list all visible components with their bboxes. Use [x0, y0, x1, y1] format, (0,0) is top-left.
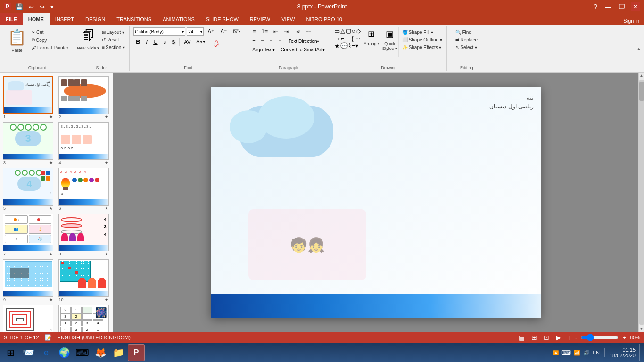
bold-btn[interactable]: B — [133, 37, 142, 46]
decrease-indent-btn[interactable]: ⇤ — [271, 27, 281, 36]
slide-thumb-6[interactable]: 4_4_4_4_4_4 — [58, 168, 109, 206]
arrow-shape[interactable]: → — [334, 35, 340, 42]
numbering-btn[interactable]: 1≡ — [259, 27, 270, 36]
restore-btn[interactable]: ❐ — [617, 2, 627, 11]
scroll-down-btn[interactable]: ▼ — [639, 326, 644, 332]
volume-icon[interactable]: 🔊 — [583, 350, 590, 356]
shape-outline-btn[interactable]: ⬜ Shape Outline ▾ — [401, 37, 444, 43]
justify-btn[interactable]: ≡ — [276, 37, 283, 45]
diamond-shape[interactable]: ◇ — [356, 27, 361, 34]
align-right-btn[interactable]: ≡ — [267, 37, 275, 45]
rect-shape[interactable]: ▭ — [334, 27, 340, 34]
tab-file[interactable]: FILE — [0, 13, 23, 25]
minimize-btn[interactable]: — — [603, 2, 613, 11]
slide-item-7[interactable]: 3 3 👥 — [3, 214, 55, 256]
show-desktop-btn[interactable] — [639, 344, 642, 361]
shape-effects-btn[interactable]: ✨ Shape Effects ▾ — [401, 44, 444, 50]
cut-btn[interactable]: ✂ Cut — [30, 29, 70, 35]
tab-design[interactable]: DESIGN — [80, 13, 111, 25]
tab-view[interactable]: VIEW — [276, 13, 300, 25]
slide-item-12[interactable]: 2 1 3 2 1 2 — [58, 305, 110, 332]
bullets-btn[interactable]: ≡ — [250, 27, 258, 36]
tab-review[interactable]: REVIEW — [244, 13, 276, 25]
zoom-in-btn[interactable]: + — [622, 334, 626, 341]
zoom-out-btn[interactable]: - — [575, 334, 577, 341]
align-text-btn[interactable]: Align Text▾ — [250, 46, 277, 53]
slide-item-9[interactable]: // Will be rendered as CSS grid via JS — [3, 259, 55, 302]
copy-btn[interactable]: ⧉ Copy — [30, 37, 70, 43]
shadow-btn[interactable]: S — [169, 38, 177, 46]
columns-btn[interactable]: ⫷ — [293, 28, 303, 35]
decrease-font-btn[interactable]: A⁻ — [218, 27, 229, 36]
char-spacing-btn[interactable]: AV — [182, 38, 193, 46]
tab-animations[interactable]: ANIMATIONS — [157, 13, 200, 25]
slide-thumb-8[interactable]: 4 3 4 — [58, 214, 109, 251]
tray-arrow[interactable]: 🔼 — [553, 350, 559, 355]
strikethrough-btn[interactable]: s — [161, 38, 169, 46]
notes-icon[interactable]: 📝 — [45, 334, 52, 341]
callout-shape[interactable]: 💬 — [340, 42, 348, 49]
triangle-shape[interactable]: △ — [340, 27, 345, 34]
section-btn[interactable]: ≡ Section ▾ — [100, 44, 126, 50]
signin-btn[interactable]: Sign in — [619, 16, 644, 25]
zoom-slider[interactable] — [581, 335, 619, 340]
rounded-rect-shape[interactable]: ▢ — [346, 27, 351, 34]
powerpoint-btn[interactable]: P — [128, 344, 145, 361]
select-btn[interactable]: ↖ Select ▾ — [454, 44, 479, 50]
align-left-btn[interactable]: ≡ — [250, 37, 257, 45]
tab-transitions[interactable]: TRANSITIONS — [111, 13, 157, 25]
change-case-btn[interactable]: Aa▾ — [194, 38, 207, 46]
increase-indent-btn[interactable]: ⇥ — [281, 27, 291, 36]
slide-item-11[interactable]: □ 11 ★ — [3, 305, 55, 332]
start-btn[interactable]: ⊞ — [2, 344, 19, 361]
keyboard-btn[interactable]: ⌨ — [74, 344, 91, 361]
language-indicator[interactable]: EN — [593, 350, 600, 355]
clock[interactable]: 01:15 18/02/2020 — [610, 347, 636, 358]
underline-btn[interactable]: U — [151, 37, 160, 46]
slide-thumb-3[interactable]: 3 — [3, 122, 53, 160]
slide-thumb-10[interactable] — [58, 259, 109, 297]
brace-shape[interactable]: { — [351, 35, 353, 42]
undo-btn[interactable]: ↩ — [27, 3, 35, 11]
equation-shape[interactable]: = — [352, 42, 355, 49]
close-btn[interactable]: ✕ — [631, 2, 640, 11]
reset-btn[interactable]: ↺ Reset — [100, 37, 126, 43]
quick-styles-btn[interactable]: ▣ — [382, 27, 397, 41]
slide-sorter-btn[interactable]: ⊞ — [530, 333, 538, 342]
slide-thumb-4[interactable]: ـ 3 ـ 3 ـ 3 ـ 3 ـ 3 ـ 3 3 3 — [58, 122, 109, 160]
slide-thumb-7[interactable]: 3 3 👥 — [3, 214, 53, 251]
slide-item-10[interactable]: 10 ★ — [58, 259, 110, 302]
arrange-btn[interactable]: ⊞ — [364, 27, 378, 41]
slide-item-4[interactable]: ـ 3 ـ 3 ـ 3 ـ 3 ـ 3 ـ 3 3 3 — [58, 122, 110, 165]
bracket-shape[interactable]: ⌐ — [341, 35, 345, 42]
tab-insert[interactable]: INSERT — [50, 13, 80, 25]
telegram-btn[interactable]: 📨 — [20, 344, 37, 361]
italic-btn[interactable]: I — [144, 37, 150, 46]
explorer-btn[interactable]: 📁 — [110, 344, 127, 361]
slide-thumb-5[interactable]: 4 4 — [3, 168, 53, 206]
keyboard-tray-icon[interactable]: ⌨ — [561, 349, 571, 356]
paste-btn[interactable]: 📋 — [5, 27, 29, 47]
ribbon-collapse-btn[interactable]: ▲ — [636, 26, 642, 71]
normal-view-btn[interactable]: ▦ — [517, 333, 526, 342]
more-shapes2[interactable]: ▾ — [355, 42, 358, 49]
slide-item-8[interactable]: 4 3 4 — [58, 214, 110, 256]
slide-item-3[interactable]: 3 3 ★ — [3, 122, 55, 165]
tab-nitro[interactable]: NITRO PRO 10 — [300, 13, 347, 25]
slideshow-btn[interactable]: ▶ — [554, 333, 562, 342]
more-shapes[interactable]: ⋯ — [354, 35, 360, 42]
replace-btn[interactable]: ⇄ Replace — [454, 37, 479, 43]
clear-format-btn[interactable]: ⌦ — [231, 28, 243, 36]
banner-shape[interactable]: ⌇ — [348, 42, 351, 49]
slide-item-6[interactable]: 4_4_4_4_4_4 — [58, 168, 110, 211]
slide-item-1[interactable]: تنه ریاضی اول دبستان 1 ★ — [3, 76, 55, 119]
customize-btn[interactable]: ▾ — [49, 3, 55, 11]
new-slide-btn[interactable]: 🗐 — [80, 27, 97, 45]
zoom-level[interactable]: 80% — [630, 335, 640, 340]
find-btn[interactable]: 🔍 Find — [454, 29, 472, 35]
font-size-select[interactable]: 24 ▾ — [187, 27, 204, 36]
layout-btn[interactable]: ⊞ Layout ▾ — [100, 29, 126, 35]
format-painter-btn[interactable]: 🖌 Format Painter — [30, 45, 70, 51]
smartart-btn[interactable]: Convert to SmartArt▾ — [278, 46, 327, 53]
ie-btn[interactable]: e — [38, 344, 55, 361]
